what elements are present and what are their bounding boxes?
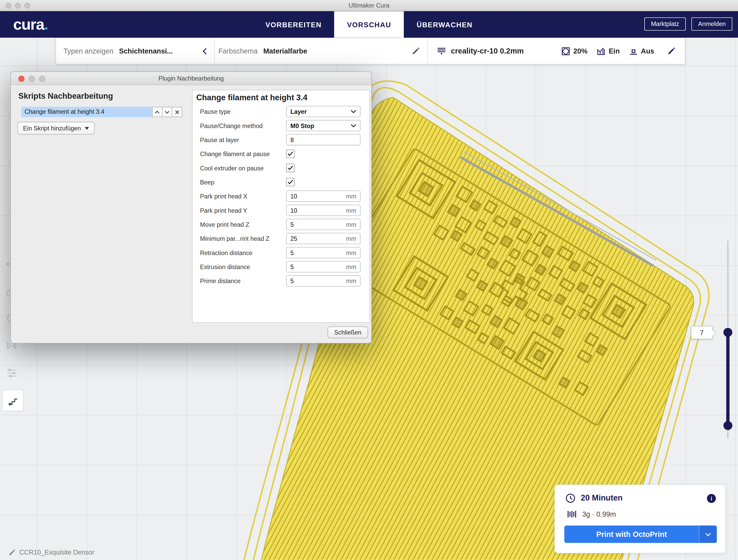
field-label: Pause at layer bbox=[200, 136, 286, 143]
field-label: Minimum par...rint head Z bbox=[200, 235, 286, 242]
cura-logo: cura. bbox=[13, 16, 48, 33]
script-settings-heading: Change filament at height 3.4 bbox=[193, 90, 370, 104]
field-select[interactable]: Layer bbox=[286, 106, 360, 117]
material-icon bbox=[567, 510, 577, 518]
window-title: Ultimaker Cura bbox=[0, 0, 738, 11]
field-checkbox[interactable] bbox=[286, 150, 295, 158]
layer-slider-upper-handle[interactable] bbox=[723, 328, 732, 337]
field-row-1: Pause/Change methodM0 Stop bbox=[193, 118, 370, 132]
script-remove-button[interactable] bbox=[172, 107, 182, 117]
edit-print-settings-icon[interactable] bbox=[667, 47, 675, 55]
support-value: Ein bbox=[609, 47, 620, 55]
field-input[interactable]: 10mm bbox=[286, 191, 360, 202]
edit-model-icon[interactable] bbox=[9, 549, 16, 556]
preview-toolbar: Typen anzeigen Schichtenansi... Farbsche… bbox=[56, 38, 685, 64]
color-scheme-value[interactable]: Materialfarbe bbox=[263, 47, 307, 55]
post-processing-dialog: Plugin Nachbearbeitung Skripts Nachbearb… bbox=[10, 71, 372, 344]
print-time: 20 Minuten bbox=[581, 494, 623, 503]
field-label: Pause type bbox=[200, 108, 286, 115]
field-label: Park print head Y bbox=[200, 207, 286, 214]
material-usage: 3g · 0.99m bbox=[582, 510, 616, 518]
dropdown-caret-icon bbox=[85, 127, 89, 130]
field-checkbox[interactable] bbox=[286, 178, 295, 186]
field-checkbox[interactable] bbox=[286, 164, 295, 172]
scripts-heading: Skripts Nachbearbeitung bbox=[18, 92, 113, 101]
adhesion-setting[interactable]: Aus bbox=[629, 47, 654, 55]
marketplace-button[interactable]: Marktplatz bbox=[645, 17, 686, 31]
field-label: Cool extruder on pause bbox=[200, 164, 286, 171]
view-type-value[interactable]: Schichtenansi... bbox=[119, 47, 173, 55]
object-list-button[interactable] bbox=[2, 390, 23, 411]
field-row-3: Change filament at pause bbox=[193, 147, 370, 161]
macos-titlebar: Ultimaker Cura bbox=[0, 0, 738, 11]
printer-profile-value[interactable]: creality-cr-10 0.2mm bbox=[451, 47, 523, 55]
field-label: Beep bbox=[200, 178, 286, 185]
add-script-button[interactable]: Ein Skript hinzufügen bbox=[17, 122, 95, 134]
script-move-up-button[interactable] bbox=[152, 107, 162, 117]
layer-slider-lower-handle[interactable] bbox=[723, 421, 732, 430]
adhesion-icon bbox=[629, 47, 638, 55]
collapse-left-icon[interactable] bbox=[202, 47, 208, 55]
script-settings-panel: Change filament at height 3.4 Pause type… bbox=[192, 90, 370, 323]
stage-tabs: VORBEREITEN VORSCHAU ÜBERWACHEN bbox=[253, 11, 485, 37]
field-select[interactable]: M0 Stop bbox=[286, 120, 360, 131]
per-model-settings-icon[interactable] bbox=[3, 364, 21, 382]
field-row-9: Minimum par...rint head Z25mm bbox=[193, 231, 370, 245]
field-input[interactable]: 5mm bbox=[286, 247, 360, 258]
field-row-0: Pause typeLayer bbox=[193, 104, 370, 118]
print-info-card: 20 Minuten i 3g · 0.99m Print with OctoP… bbox=[555, 485, 726, 553]
logo-dot: . bbox=[44, 16, 48, 33]
view-type-label: Typen anzeigen bbox=[64, 47, 113, 55]
field-input[interactable]: 5mm bbox=[286, 275, 360, 287]
field-row-7: Park print head Y10mm bbox=[193, 203, 370, 217]
field-input[interactable]: 8 bbox=[286, 134, 360, 145]
field-label: Prime distance bbox=[200, 277, 286, 285]
field-row-5: Beep bbox=[193, 175, 370, 189]
field-input[interactable]: 5mm bbox=[286, 219, 360, 230]
script-list-row: Change filament at height 3.4 bbox=[21, 107, 182, 117]
script-move-down-button[interactable] bbox=[162, 107, 172, 117]
field-row-2: Pause at layer8 bbox=[193, 133, 370, 147]
app-header: cura. VORBEREITEN VORSCHAU ÜBERWACHEN Ma… bbox=[0, 11, 738, 37]
tab-preview[interactable]: VORSCHAU bbox=[334, 11, 404, 37]
model-name: CCR10_Exquisite Densor bbox=[19, 549, 94, 556]
field-row-12: Prime distance5mm bbox=[193, 274, 370, 288]
field-row-11: Extrusion distance5mm bbox=[193, 260, 370, 274]
field-row-8: Move print head Z5mm bbox=[193, 217, 370, 231]
selected-script-item[interactable]: Change filament at height 3.4 bbox=[21, 107, 152, 117]
field-label: Move print head Z bbox=[200, 221, 286, 228]
info-icon[interactable]: i bbox=[707, 494, 716, 503]
infill-value: 20% bbox=[574, 47, 588, 55]
dialog-titlebar[interactable]: Plugin Nachbearbeitung bbox=[11, 72, 371, 85]
infill-setting[interactable]: 20% bbox=[562, 47, 588, 55]
support-setting[interactable]: Ein bbox=[597, 47, 620, 55]
tab-monitor[interactable]: ÜBERWACHEN bbox=[404, 11, 485, 37]
printer-profile-icon bbox=[436, 46, 447, 56]
print-options-caret[interactable] bbox=[699, 525, 717, 543]
print-with-octoprint-button[interactable]: Print with OctoPrint bbox=[565, 525, 717, 543]
field-label: Extrusion distance bbox=[200, 263, 286, 270]
field-label: Park print head X bbox=[200, 193, 286, 200]
adhesion-value: Aus bbox=[641, 47, 654, 55]
color-scheme-label: Farbschema bbox=[218, 47, 258, 55]
field-row-6: Park print head X10mm bbox=[193, 189, 370, 203]
field-input[interactable]: 25mm bbox=[286, 233, 360, 244]
field-label: Pause/Change method bbox=[200, 122, 286, 129]
support-icon bbox=[597, 47, 606, 55]
clock-icon bbox=[565, 493, 576, 503]
field-row-10: Retraction distance5mm bbox=[193, 245, 370, 259]
signin-button[interactable]: Anmelden bbox=[692, 17, 733, 31]
field-label: Retraction distance bbox=[200, 249, 286, 256]
layer-slider-range[interactable] bbox=[726, 333, 730, 426]
layer-number-tag: 7 bbox=[691, 326, 713, 339]
field-input[interactable]: 5mm bbox=[286, 261, 360, 272]
edit-color-scheme-icon[interactable] bbox=[412, 47, 420, 55]
dialog-title: Plugin Nachbearbeitung bbox=[11, 72, 371, 85]
field-row-4: Cool extruder on pause bbox=[193, 161, 370, 175]
dialog-close-action-button[interactable]: Schließen bbox=[328, 327, 368, 338]
dialog-fields: Pause typeLayerPause/Change methodM0 Sto… bbox=[193, 104, 370, 288]
tab-prepare[interactable]: VORBEREITEN bbox=[253, 11, 334, 37]
field-label: Change filament at pause bbox=[200, 150, 286, 157]
field-input[interactable]: 10mm bbox=[286, 205, 360, 216]
infill-icon bbox=[562, 47, 570, 55]
